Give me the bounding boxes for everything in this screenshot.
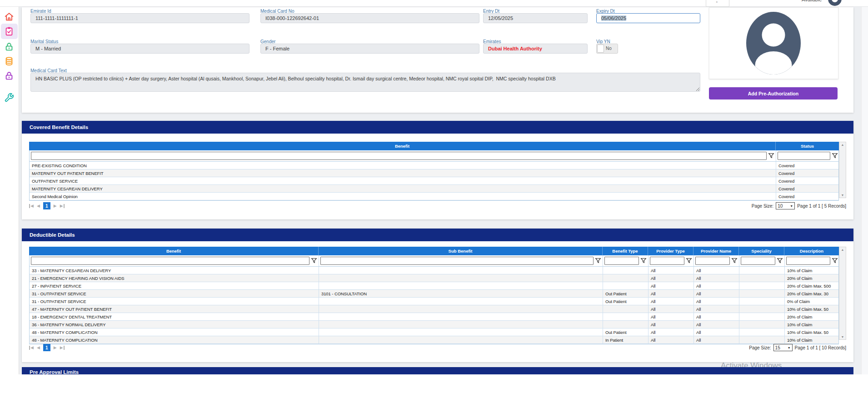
filter-icon[interactable] xyxy=(777,258,783,264)
table-row[interactable]: PRE-EXISTING CONDITIONCovered xyxy=(30,162,838,169)
next-page-icon[interactable]: ▶ xyxy=(54,346,57,350)
filter-input[interactable] xyxy=(650,257,684,265)
filter-icon[interactable] xyxy=(686,258,692,264)
prev-page-icon[interactable]: ◀ xyxy=(37,204,40,208)
filter-input[interactable] xyxy=(778,152,830,160)
filter-input[interactable] xyxy=(695,257,730,265)
scroll-up-icon[interactable]: ▲ xyxy=(839,143,846,146)
table-row[interactable]: 36 - MATERNITY NORMAL DELIVERYAllAll10% … xyxy=(30,321,838,328)
table-row[interactable]: 33 - MATERNITY CESAREAN DELIVERYAllAll10… xyxy=(30,267,838,274)
first-page-icon[interactable]: ◀ xyxy=(29,346,34,350)
first-page-icon[interactable]: ◀ xyxy=(29,204,34,208)
table-cell: All xyxy=(648,305,693,313)
table-row[interactable]: 31 - OUTPATIENT SERVICE3101 - CONSULTATI… xyxy=(30,290,838,298)
lock-icon xyxy=(4,71,14,81)
marital-status-field[interactable] xyxy=(30,44,249,54)
sidebar-item-access[interactable] xyxy=(4,42,14,52)
topbar-button[interactable]: + xyxy=(706,0,729,7)
table-cell: 10% of Claim Max. 50 xyxy=(784,305,839,313)
table-row[interactable]: MATERNITY OUT PATIENT BENEFITCovered xyxy=(30,169,838,177)
pager-nav: ◀ ◀ 1 ▶ ▶ xyxy=(29,344,65,351)
table-cell xyxy=(739,282,784,289)
pager-nav: ◀ ◀ 1 ▶ ▶ xyxy=(29,202,65,209)
filter-icon[interactable] xyxy=(731,258,738,264)
table-row[interactable]: 18 - EMERGENCY DENTAL TREATMENTAllAll20%… xyxy=(30,313,838,321)
table-row[interactable]: Second Medical OpinionCovered xyxy=(30,193,838,200)
user-avatar-icon[interactable] xyxy=(828,0,842,6)
selected-text: 05/06/2025 xyxy=(601,15,626,21)
page-size-select[interactable]: 10 ▼ xyxy=(776,202,795,209)
expiry-dt-field[interactable]: 05/06/2025 xyxy=(596,13,700,23)
medical-card-no-field[interactable] xyxy=(260,13,479,23)
column-header[interactable]: Benefit xyxy=(29,142,775,150)
page-size-select[interactable]: 15 ▼ xyxy=(773,344,793,351)
entry-dt-field[interactable] xyxy=(483,13,588,23)
filter-icon[interactable] xyxy=(768,153,774,159)
add-pre-authorization-button[interactable]: Add Pre-Authorization xyxy=(709,87,838,100)
table-cell: 20% of Claim xyxy=(784,313,839,320)
filter-icon[interactable] xyxy=(311,258,317,264)
column-header[interactable]: Description xyxy=(784,247,839,255)
prev-page-icon[interactable]: ◀ xyxy=(37,346,40,350)
table-scrollbar[interactable]: ▲ ▼ xyxy=(839,142,846,198)
sidebar-item-security[interactable] xyxy=(4,71,14,81)
table-body: PRE-EXISTING CONDITIONCoveredMATERNITY O… xyxy=(29,162,839,201)
scroll-down-icon[interactable]: ▼ xyxy=(839,335,846,338)
table-cell xyxy=(319,321,603,328)
sidebar-item-settings[interactable] xyxy=(4,93,14,103)
table-cell: All xyxy=(693,290,739,297)
table-row[interactable]: 48 - MATERNITY COMPLICATIONOut PatientAl… xyxy=(30,328,838,336)
filter-input[interactable] xyxy=(320,257,594,265)
table-cell: All xyxy=(648,321,693,328)
vip-yn-toggle[interactable]: No xyxy=(596,44,618,54)
gender-field[interactable] xyxy=(260,44,479,54)
emirates-field[interactable] xyxy=(483,44,588,54)
sidebar-item-home[interactable] xyxy=(4,12,14,22)
column-header[interactable]: Benefit xyxy=(29,247,318,255)
last-page-icon[interactable]: ▶ xyxy=(60,346,65,350)
table-cell: 10% of Claim xyxy=(784,267,839,274)
filter-input[interactable] xyxy=(786,257,830,265)
table-cell: Out Patient xyxy=(603,328,648,336)
sidebar-item-claims[interactable] xyxy=(4,26,14,36)
table-cell xyxy=(739,321,784,328)
table-row[interactable]: 48 - MATERNITY COMPLICATIONIn PatientAll… xyxy=(30,336,838,344)
filter-icon[interactable] xyxy=(595,258,601,264)
filter-input[interactable] xyxy=(604,257,639,265)
table-row[interactable]: 31 - OUTPATIENT SERVICEOut PatientAllAll… xyxy=(30,298,838,305)
table-cell: All xyxy=(648,336,693,343)
filter-cell xyxy=(739,255,784,266)
table-scrollbar[interactable]: ▲ ▼ xyxy=(839,247,846,340)
last-page-icon[interactable]: ▶ xyxy=(60,204,65,208)
table-row[interactable]: OUTPATIENT SERVICECovered xyxy=(30,177,838,185)
column-header[interactable]: Provider Type xyxy=(648,247,693,255)
emirate-id-field[interactable] xyxy=(30,13,249,23)
table-cell: OUTPATIENT SERVICE xyxy=(30,177,776,184)
filter-icon[interactable] xyxy=(640,258,647,264)
scroll-down-icon[interactable]: ▼ xyxy=(839,194,846,197)
column-header[interactable]: Benefit Type xyxy=(602,247,648,255)
column-header[interactable]: Status xyxy=(775,142,839,150)
column-header[interactable]: Speciality xyxy=(738,247,784,255)
filter-input[interactable] xyxy=(741,257,775,265)
table-row[interactable]: 47 - MATERNITY OUT PATIENT BENEFITAllAll… xyxy=(30,305,838,313)
scroll-up-icon[interactable]: ▲ xyxy=(839,248,846,251)
filter-input[interactable] xyxy=(31,152,767,160)
table-row[interactable]: 27 - INPATIENT SERVICEAllAll20% of Claim… xyxy=(30,282,838,290)
current-page-button[interactable]: 1 xyxy=(43,344,50,351)
database-icon xyxy=(4,56,14,66)
next-page-icon[interactable]: ▶ xyxy=(54,204,57,208)
filter-icon[interactable] xyxy=(832,258,838,264)
filter-input[interactable] xyxy=(31,257,309,265)
medical-card-text-field[interactable]: HN BASIC PLUS (OP restricted to clinics)… xyxy=(30,73,700,92)
table-row[interactable]: 21 - EMERGENCY HEARING AND VISION AIDSAl… xyxy=(30,274,838,282)
current-page-button[interactable]: 1 xyxy=(43,202,50,209)
sidebar-item-data[interactable] xyxy=(4,56,14,66)
page-scrollbar[interactable] xyxy=(861,6,868,374)
column-header[interactable]: Provider Name xyxy=(693,247,738,255)
home-icon xyxy=(4,12,14,22)
table-row[interactable]: MATERNITY CESAREAN DELIVERYCovered xyxy=(30,185,838,193)
filter-icon[interactable] xyxy=(832,153,838,159)
column-header[interactable]: Sub Benefit xyxy=(318,247,602,255)
filter-cell xyxy=(784,255,839,266)
